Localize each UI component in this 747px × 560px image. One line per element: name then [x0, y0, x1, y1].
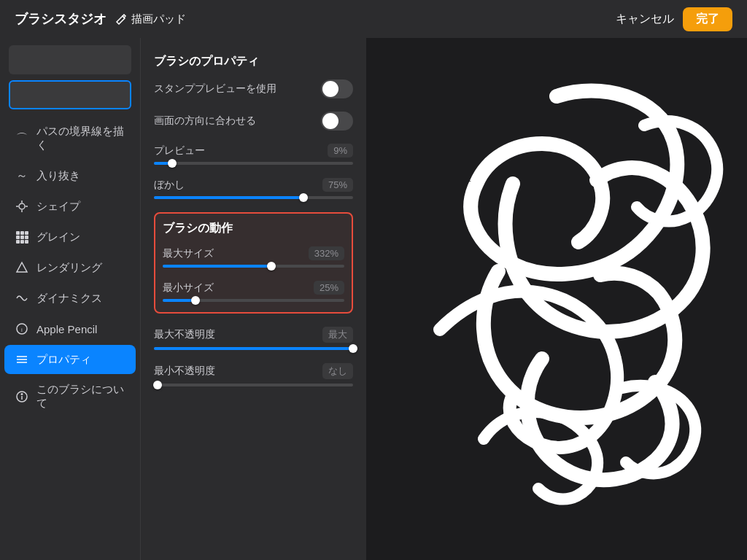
drawing-pad-button[interactable]: 描画パッド: [115, 12, 186, 26]
svg-rect-6: [20, 231, 24, 235]
sidebar-item-properties[interactable]: プロパティ: [4, 345, 136, 374]
stamp-preview-toggle[interactable]: [321, 79, 353, 98]
sidebar-label-about: このブラシについて: [36, 383, 125, 411]
max-size-slider-track[interactable]: [163, 265, 344, 268]
blur-label-row: ぼかし 75%: [154, 178, 353, 192]
max-size-label-row: 最大サイズ 332%: [163, 246, 344, 260]
max-opacity-slider-thumb[interactable]: [349, 344, 357, 353]
svg-rect-12: [20, 240, 24, 244]
dynamics-icon: [15, 291, 29, 306]
header-right: キャンセル 完了: [616, 7, 732, 31]
min-size-row: 最小サイズ 25%: [163, 281, 344, 302]
preview-row: プレビュー 9%: [154, 144, 353, 165]
blur-slider-fill: [154, 196, 303, 199]
sidebar-label-stroke-path: パスの境界線を描く: [36, 125, 125, 152]
max-size-value: 332%: [309, 246, 344, 260]
svg-text:i: i: [21, 327, 23, 333]
stroke-icon: ⌒: [15, 131, 29, 146]
svg-rect-8: [16, 236, 20, 239]
sidebar-label-grain: グレイン: [36, 230, 80, 244]
svg-rect-10: [25, 236, 28, 239]
toggle-knob-2: [322, 113, 338, 129]
done-button[interactable]: 完了: [683, 7, 732, 31]
sidebar-label-dynamics: ダイナミクス: [36, 292, 102, 306]
svg-point-0: [19, 203, 25, 209]
header: ブラシスタジオ 描画パッド キャンセル 完了: [0, 0, 747, 38]
sidebar-item-stroke-path[interactable]: ⌒ パスの境界線を描く: [4, 117, 136, 160]
brush-action-section: ブラシの動作 最大サイズ 332% 最小サイズ 25%: [154, 212, 353, 314]
stamp-preview-label: スタンププレビューを使用: [154, 82, 276, 96]
canvas-area[interactable]: [366, 38, 747, 560]
min-opacity-slider-thumb[interactable]: [153, 381, 162, 389]
sidebar-item-about[interactable]: このブラシについて: [4, 376, 136, 418]
sidebar-item-rendering[interactable]: レンダリング: [4, 253, 136, 282]
brush-stroke-canvas: [366, 38, 747, 560]
sidebar-item-shape[interactable]: シェイプ: [4, 192, 136, 221]
min-opacity-label-row: 最小不透明度 なし: [154, 363, 353, 379]
brush-properties-title: ブラシのプロパティ: [154, 54, 353, 69]
preview-label: プレビュー: [154, 144, 205, 158]
rendering-icon: [15, 260, 29, 275]
apple-pencil-icon: i: [15, 322, 29, 336]
max-opacity-label: 最大不透明度: [154, 328, 215, 341]
main-content: ⌒ パスの境界線を描く ～ 入り抜き シェイプ: [0, 38, 747, 560]
max-opacity-value: 最大: [322, 327, 353, 343]
orient-label-row: 画面の方向に合わせる: [154, 112, 353, 131]
edit-icon: [115, 13, 127, 25]
orient-label: 画面の方向に合わせる: [154, 114, 256, 128]
sidebar: ⌒ パスの境界線を描く ～ 入り抜き シェイプ: [0, 38, 140, 560]
brush-action-title: ブラシの動作: [163, 221, 344, 236]
svg-marker-14: [17, 262, 27, 272]
sidebar-item-dynamics[interactable]: ダイナミクス: [4, 284, 136, 313]
sidebar-item-grain[interactable]: グレイン: [4, 222, 136, 252]
max-size-slider-thumb[interactable]: [267, 262, 276, 271]
orient-toggle[interactable]: [321, 112, 353, 131]
toggle-knob: [322, 81, 338, 97]
stamp-preview-label-row: スタンププレビューを使用: [154, 79, 353, 98]
header-left: ブラシスタジオ 描画パッド: [15, 10, 186, 28]
min-size-value: 25%: [314, 281, 344, 295]
min-size-slider-thumb[interactable]: [191, 296, 200, 305]
sidebar-label-shape: シェイプ: [36, 200, 80, 214]
grain-icon: [15, 230, 29, 244]
blur-slider-thumb[interactable]: [299, 193, 308, 202]
preview-slider-thumb[interactable]: [168, 159, 177, 168]
svg-rect-7: [25, 231, 28, 235]
sidebar-nav: ⌒ パスの境界線を描く ～ 入り抜き シェイプ: [0, 117, 140, 553]
preview-value: 9%: [328, 144, 353, 158]
app-title: ブラシスタジオ: [15, 10, 107, 28]
blur-slider-track[interactable]: [154, 196, 353, 199]
sidebar-item-taper[interactable]: ～ 入り抜き: [4, 161, 136, 190]
svg-point-22: [21, 394, 23, 395]
brush-preview-area: [0, 38, 140, 117]
min-opacity-label: 最小不透明度: [154, 365, 215, 378]
preview-label-row: プレビュー 9%: [154, 144, 353, 158]
orient-row: 画面の方向に合わせる: [154, 112, 353, 131]
brush-preview-2[interactable]: [9, 80, 131, 109]
max-opacity-slider-fill: [154, 347, 353, 350]
info-icon: [15, 389, 29, 404]
max-size-label: 最大サイズ: [163, 247, 214, 260]
svg-rect-13: [25, 240, 28, 244]
sidebar-item-apple-pencil[interactable]: i Apple Pencil: [4, 314, 136, 343]
max-opacity-row: 最大不透明度 最大: [154, 327, 353, 350]
preview-slider-track[interactable]: [154, 162, 353, 165]
drawing-pad-label: 描画パッド: [131, 12, 186, 26]
properties-icon: [15, 352, 29, 367]
min-opacity-slider-track[interactable]: [154, 384, 353, 386]
blur-label: ぼかし: [154, 179, 185, 192]
brush-preview-1[interactable]: [9, 45, 131, 74]
svg-rect-11: [16, 240, 20, 244]
max-size-slider-fill: [163, 265, 271, 268]
max-size-row: 最大サイズ 332%: [163, 246, 344, 268]
cancel-button[interactable]: キャンセル: [616, 12, 674, 27]
min-size-label-row: 最小サイズ 25%: [163, 281, 344, 295]
min-opacity-value: なし: [322, 363, 353, 379]
blur-row: ぼかし 75%: [154, 178, 353, 199]
max-opacity-label-row: 最大不透明度 最大: [154, 327, 353, 343]
shape-icon: [15, 199, 29, 214]
taper-icon: ～: [15, 168, 29, 183]
blur-value: 75%: [322, 178, 353, 192]
max-opacity-slider-track[interactable]: [154, 347, 353, 350]
min-size-slider-track[interactable]: [163, 299, 344, 302]
